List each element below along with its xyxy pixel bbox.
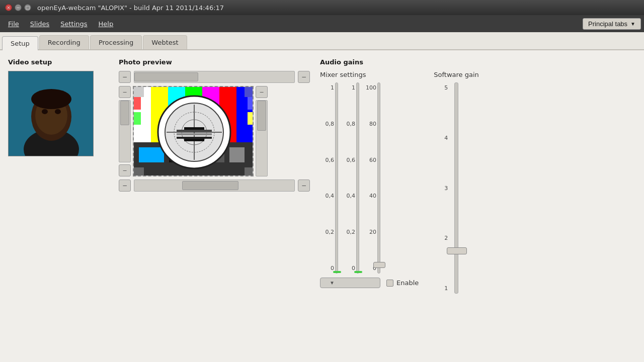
svg-rect-24 (134, 112, 141, 125)
svg-rect-26 (248, 112, 254, 125)
window-title: openEyA-webcam "ALOPIX" - build Apr 11 2… (37, 4, 224, 12)
mixer-slider-3-track[interactable] (377, 82, 380, 274)
scroll-v-left: − − (119, 86, 131, 176)
photo-scroll-bottom: − − (119, 179, 310, 192)
svg-point-8 (31, 89, 71, 109)
close-button[interactable]: × (5, 4, 12, 11)
enable-checkbox[interactable] (386, 280, 393, 287)
tab-setup[interactable]: Setup (2, 36, 38, 50)
mixer-part: Mixer settings 1 0,8 0,6 0,4 0,2 0 (320, 71, 419, 294)
menu-bar: File Slides Settings Help Principal tabs… (0, 15, 644, 32)
mixer-slider-2-container: 1 0,8 0,6 0,4 0,2 0 (341, 82, 359, 274)
scrollbar-thumb-bottom (182, 181, 238, 190)
mixer-dropdown[interactable]: ▼ (320, 278, 380, 288)
svg-rect-40 (134, 167, 144, 176)
mixer-slider-3-track-area (377, 82, 380, 274)
photo-preview-area: − − (119, 86, 310, 176)
software-slider-container: 5 4 3 2 1 (434, 82, 479, 294)
menu-file[interactable]: File (3, 18, 24, 30)
svg-rect-38 (134, 87, 144, 97)
tab-recording[interactable]: Recording (39, 35, 89, 49)
horizontal-scrollbar[interactable] (134, 71, 295, 83)
audio-section: Audio gains Mixer settings 1 0,8 0,6 0,4… (320, 58, 636, 354)
software-part: Software gain 5 4 3 2 1 (434, 71, 479, 294)
mixer-slider-1-labels: 1 0,8 0,6 0,4 0,2 0 (320, 82, 334, 274)
title-bar: × − □ openEyA-webcam "ALOPIX" - build Ap… (0, 0, 644, 15)
scroll-down-button[interactable]: − (119, 164, 131, 176)
audio-gains-inner: Mixer settings 1 0,8 0,6 0,4 0,2 0 (320, 71, 636, 294)
svg-rect-36 (177, 133, 212, 135)
menu-items: File Slides Settings Help (3, 18, 118, 30)
minimize-button[interactable]: − (15, 4, 22, 11)
scrollbar-thumb-v (120, 101, 129, 125)
photo-scroll-top: − − (119, 71, 310, 83)
software-slider-track[interactable] (454, 82, 458, 294)
svg-rect-23 (134, 97, 141, 110)
mixer-slider-1-track[interactable] (335, 82, 338, 274)
dropdown-arrow-icon: ▼ (330, 280, 335, 286)
svg-rect-22 (229, 147, 245, 162)
svg-rect-18 (139, 147, 164, 162)
mixer-title: Mixer settings (320, 71, 419, 78)
menu-slides[interactable]: Slides (25, 18, 55, 30)
mixer-slider-3-container: 100 80 60 40 20 0 (362, 82, 380, 274)
mixer-slider-2-track[interactable] (356, 82, 359, 274)
webcam-image (9, 71, 94, 156)
svg-rect-35 (177, 130, 212, 132)
software-slider-track-area (449, 82, 464, 294)
photo-section-title: Photo preview (119, 58, 310, 66)
mixer-slider-1-container: 1 0,8 0,6 0,4 0,2 0 (320, 82, 338, 274)
scroll-right-bottom-button[interactable]: − (298, 179, 310, 192)
webcam-preview (8, 71, 94, 156)
mixer-slider-2-track-area (356, 82, 359, 274)
svg-rect-39 (245, 87, 254, 97)
software-slider-thumb[interactable] (447, 247, 467, 254)
svg-rect-25 (248, 97, 254, 110)
scrollbar-thumb-v-right (257, 101, 266, 131)
vertical-scrollbar[interactable] (119, 100, 131, 162)
svg-point-7 (55, 109, 61, 114)
test-card-container (133, 86, 254, 176)
scrollbar-thumb-h (134, 72, 198, 81)
main-content: Video setup Photo pr (0, 50, 644, 362)
tab-bar: Setup Recording Processing Webtest (0, 32, 644, 50)
enable-container[interactable]: Enable (386, 279, 419, 287)
vertical-scrollbar-right[interactable] (256, 100, 268, 176)
software-slider-labels: 5 4 3 2 1 (434, 82, 448, 294)
mixer-slider-1-track-area (335, 82, 338, 274)
tab-webtest[interactable]: Webtest (143, 35, 187, 49)
audio-section-title: Audio gains (320, 58, 636, 66)
principal-tabs-button[interactable]: Principal tabs ▼ (583, 18, 641, 30)
menu-help[interactable]: Help (94, 18, 119, 30)
svg-rect-37 (177, 137, 212, 139)
mixer-slider-2-level (354, 271, 362, 273)
scroll-right-button[interactable]: − (298, 71, 310, 83)
maximize-button[interactable]: □ (24, 4, 31, 11)
window-controls: × − □ (5, 4, 31, 11)
scroll-left-bottom-button[interactable]: − (119, 179, 131, 192)
photo-section: Photo preview − − − − (119, 58, 310, 354)
mixer-sliders: 1 0,8 0,6 0,4 0,2 0 (320, 82, 419, 274)
dropdown-arrow-icon: ▼ (630, 21, 635, 27)
tab-processing[interactable]: Processing (90, 35, 142, 49)
scroll-v-right: − (256, 86, 268, 176)
mixer-slider-1-level (333, 271, 341, 273)
enable-label-text: Enable (396, 279, 419, 287)
svg-point-6 (42, 109, 48, 114)
scroll-up-right-button[interactable]: − (256, 86, 268, 98)
mixer-bottom: ▼ Enable (320, 278, 419, 288)
svg-rect-41 (245, 167, 254, 176)
menu-settings[interactable]: Settings (55, 18, 92, 30)
horizontal-scrollbar-bottom[interactable] (134, 179, 295, 192)
scroll-left-button[interactable]: − (119, 71, 131, 83)
scroll-up-button[interactable]: − (119, 86, 131, 98)
mixer-slider-3-thumb[interactable] (373, 262, 385, 268)
test-card-image (134, 87, 254, 176)
software-title: Software gain (434, 71, 479, 78)
mixer-slider-2-labels: 1 0,8 0,6 0,4 0,2 0 (341, 82, 355, 274)
video-section: Video setup (8, 58, 109, 354)
video-section-title: Video setup (8, 58, 109, 66)
mixer-slider-3-labels: 100 80 60 40 20 0 (362, 82, 376, 274)
